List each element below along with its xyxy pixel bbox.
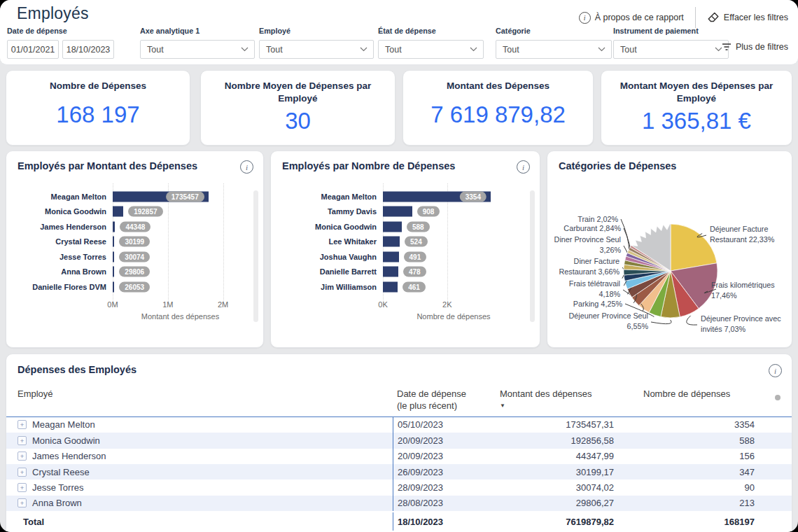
bar[interactable]: [113, 206, 123, 217]
info-icon[interactable]: i: [240, 160, 253, 174]
employee-name: Crystal Reese: [32, 467, 90, 477]
bar[interactable]: [113, 237, 114, 247]
bar-row: Monica Goodwin192857: [113, 204, 248, 220]
cell-employee: +James Henderson: [6, 449, 393, 464]
more-filters-button[interactable]: Plus de filtres: [722, 42, 788, 52]
expand-row-button[interactable]: +: [18, 420, 27, 429]
cell-date: 05/10/2023: [393, 417, 491, 433]
table-scrollbar-thumb[interactable]: [775, 395, 780, 400]
bar[interactable]: [383, 267, 398, 277]
pie-label: Frais kilométriques: [711, 281, 775, 289]
table-row[interactable]: +Crystal Reese26/09/202330199,17347: [6, 464, 792, 479]
dropdown-value: Tout: [620, 45, 637, 55]
cell-count: 213: [617, 496, 774, 511]
table-header-row: Employé Date de dépense (le plus récent)…: [6, 383, 792, 417]
bar[interactable]: [113, 251, 114, 262]
etat-depense-dropdown[interactable]: Tout: [378, 40, 484, 59]
axe-analytique-dropdown[interactable]: Tout: [140, 40, 255, 59]
cell-date: 28/08/2023: [393, 496, 491, 511]
chart-scrollbar[interactable]: [530, 190, 535, 322]
column-header-employe[interactable]: Employé: [6, 383, 393, 416]
kpi-value: 168 197: [6, 102, 190, 128]
pie-label: Frais télétravail: [569, 279, 620, 288]
column-header-date[interactable]: Date de dépense (le plus récent): [393, 383, 491, 416]
pie-label: Restaurant 3,66%: [559, 267, 620, 276]
instrument-paiement-dropdown[interactable]: Tout: [613, 40, 729, 59]
table-row[interactable]: +Monica Goodwin20/09/2023192856,58588: [6, 433, 792, 448]
employee-name: Meagan Melton: [32, 419, 95, 430]
clear-filters-label: Effacer les filtres: [724, 13, 788, 22]
cell-count: 156: [617, 449, 774, 464]
bar[interactable]: [113, 281, 114, 292]
chart-title: Employés par Montant des Dépenses: [18, 160, 197, 172]
bar-row: Meagan Melton3354: [383, 189, 524, 204]
bar-row: Danielle Barrett478: [383, 265, 524, 280]
bar-row: Anna Brown29806: [113, 265, 248, 280]
expand-row-button[interactable]: +: [18, 498, 27, 507]
chart-scrollbar[interactable]: [253, 190, 258, 322]
cell-employee: +Monica Goodwin: [6, 433, 393, 448]
table-title: Dépenses des Employés: [18, 364, 136, 375]
column-header-nombre[interactable]: Nombre de dépenses: [617, 383, 774, 416]
date-to-input[interactable]: 18/10/2023: [62, 40, 114, 59]
more-filters-label: Plus de filtres: [736, 42, 788, 52]
info-icon[interactable]: i: [769, 364, 782, 377]
bar[interactable]: [383, 251, 399, 262]
column-header-montant[interactable]: Montant des dépenses ▼: [491, 383, 617, 416]
bar[interactable]: [383, 206, 412, 217]
bar-value-label: 3354: [460, 191, 486, 202]
cell-employee: +Anna Brown: [6, 496, 393, 511]
filter-label: Axe analytique 1: [140, 27, 255, 35]
bar[interactable]: [383, 237, 400, 247]
pie-label: Carburant 2,84%: [564, 224, 621, 232]
employe-dropdown[interactable]: Tout: [259, 40, 374, 59]
table-row[interactable]: +James Henderson20/09/202344347,99156: [6, 449, 792, 464]
cell-amount: 30199,17: [491, 464, 617, 479]
bar[interactable]: [383, 221, 402, 232]
chart-card-nombre: Employés par Nombre de Dépenses i Meagan…: [270, 150, 540, 348]
categorie-dropdown[interactable]: Tout: [496, 40, 612, 59]
axis-tick-label: 0K: [378, 300, 387, 309]
pie-label: Déjeuner Province Seul: [569, 312, 648, 320]
chevron-down-icon: [470, 47, 477, 52]
page-title: Employés: [17, 4, 89, 23]
clear-filters-button[interactable]: Effacer les filtres: [707, 11, 788, 24]
employee-name: James Henderson: [32, 451, 106, 461]
pie-leader-line: [651, 320, 671, 324]
bar-category-label: Monica Goodwin: [315, 223, 377, 231]
cell-employee: +Jesse Torres: [6, 479, 393, 495]
chevron-down-icon: [360, 47, 368, 52]
date-from-input[interactable]: 01/01/2021: [7, 40, 59, 59]
about-report-button[interactable]: i À propos de ce rapport: [579, 12, 684, 24]
bar-row: Danielle Flores DVM26053: [113, 279, 248, 295]
expand-row-button[interactable]: +: [18, 468, 27, 477]
bar-category-label: Jim Williamson: [321, 283, 377, 291]
cell-amount: 44347,99: [491, 449, 617, 464]
bar-row: Lee Whitaker524: [383, 234, 524, 250]
bar-row: Crystal Reese30199: [113, 234, 248, 250]
pie-label: Diner Facture: [574, 257, 620, 265]
info-icon[interactable]: i: [517, 160, 530, 174]
bar-plot-area: Meagan Melton1735457Monica Goodwin192857…: [113, 189, 248, 295]
bar[interactable]: [113, 267, 114, 277]
pie-label: 4,18%: [598, 290, 620, 298]
chart-title: Employés par Nombre de Dépenses: [282, 160, 455, 172]
bar-value-label: 1735457: [166, 191, 204, 202]
bar-value-label: 461: [402, 281, 426, 292]
expand-row-button[interactable]: +: [18, 483, 27, 492]
bar-category-label: Crystal Reese: [55, 237, 106, 246]
bar-row: Jim Williamson461: [383, 279, 524, 295]
kpi-card-montant-moyen: Montant Moyen des Dépenses par Employé 1…: [601, 70, 792, 146]
info-icon: i: [579, 12, 591, 24]
table-row[interactable]: +Meagan Melton05/10/20231735457,313354: [6, 417, 792, 433]
expand-row-button[interactable]: +: [18, 436, 27, 445]
report-header: Employés i À propos de ce rapport Efface…: [0, 0, 798, 65]
bar-value-label: 30199: [119, 237, 150, 247]
bar[interactable]: [383, 281, 398, 292]
table-row[interactable]: +Jesse Torres28/09/202330074,0290: [6, 479, 792, 495]
employee-name: Monica Goodwin: [32, 435, 100, 446]
cell-amount: 30074,02: [491, 479, 617, 495]
expand-row-button[interactable]: +: [18, 451, 27, 461]
bar[interactable]: [113, 221, 115, 232]
table-row[interactable]: +Anna Brown28/08/202329806,27213: [6, 496, 792, 511]
